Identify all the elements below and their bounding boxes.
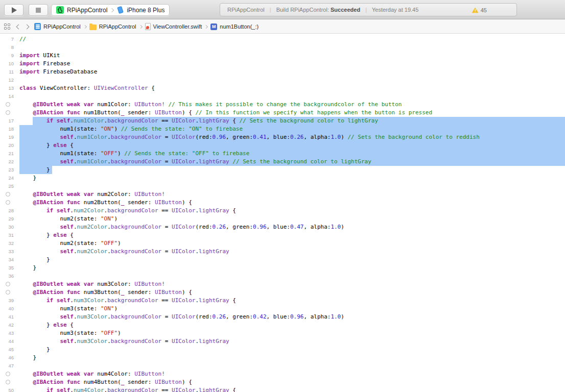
scheme-selector[interactable]: RPiAppControl iPhone 8 Plus bbox=[51, 4, 170, 16]
breadcrumb-method[interactable]: M num1Button(_:) bbox=[210, 23, 258, 30]
ib-connection-circle-icon[interactable] bbox=[6, 282, 10, 286]
code-line[interactable]: 40 num3(state: "ON") bbox=[0, 305, 565, 313]
code-line[interactable]: 8 bbox=[0, 43, 565, 52]
line-number[interactable]: 7 bbox=[0, 35, 16, 43]
code-line[interactable]: 46 } bbox=[0, 354, 565, 362]
breadcrumb-file[interactable]: ViewController.swift bbox=[145, 23, 202, 30]
line-number[interactable]: 32 bbox=[0, 239, 16, 248]
code-line[interactable]: @IBOutlet weak var num1Color: UIButton! … bbox=[0, 101, 565, 109]
ib-connection-circle-icon[interactable] bbox=[6, 380, 10, 384]
code-line[interactable]: 39 if self.num3Color.backgroundColor == … bbox=[0, 297, 565, 305]
activity-status-display[interactable]: RPiAppControl | Build RPiAppControl: Suc… bbox=[220, 3, 517, 16]
code-line[interactable]: 28 if self.num2Color.backgroundColor == … bbox=[0, 207, 565, 215]
connection-gutter[interactable] bbox=[0, 109, 16, 117]
code-line[interactable]: 41 self.num3Color.backgroundColor = UICo… bbox=[0, 313, 565, 321]
connection-gutter[interactable] bbox=[0, 101, 16, 109]
line-number[interactable]: 14 bbox=[0, 92, 16, 101]
breadcrumb-project[interactable]: RPiAppControl bbox=[34, 23, 81, 30]
line-number[interactable]: 13 bbox=[0, 84, 16, 92]
line-number[interactable]: 20 bbox=[0, 141, 16, 150]
code-line[interactable]: 19 self.num1Color.backgroundColor = UICo… bbox=[0, 133, 565, 141]
back-chevron-icon[interactable] bbox=[16, 24, 21, 29]
ib-connection-circle-icon[interactable] bbox=[6, 290, 10, 295]
connection-gutter[interactable] bbox=[0, 199, 16, 207]
code-line[interactable]: 42 } else { bbox=[0, 321, 565, 329]
line-number[interactable]: 33 bbox=[0, 248, 16, 256]
code-line[interactable]: @IBOutlet weak var num3Color: UIButton! bbox=[0, 280, 565, 288]
line-number[interactable]: 9 bbox=[0, 52, 16, 60]
connection-gutter[interactable] bbox=[0, 190, 16, 199]
line-number[interactable]: 35 bbox=[0, 264, 16, 272]
line-number[interactable]: 19 bbox=[0, 133, 16, 141]
code-line[interactable]: @IBAction func num3Button(_ sender: UIBu… bbox=[0, 288, 565, 297]
code-editor[interactable]: 7//89import UIKit10import Firebase11impo… bbox=[0, 34, 565, 392]
code-line[interactable]: 32 num2(state: "OFF") bbox=[0, 239, 565, 248]
line-number[interactable]: 34 bbox=[0, 256, 16, 264]
code-line[interactable]: 17 if self.num1Color.backgroundColor == … bbox=[0, 117, 565, 125]
line-number[interactable]: 47 bbox=[0, 362, 16, 370]
line-number[interactable]: 22 bbox=[0, 158, 16, 166]
related-items-icon[interactable] bbox=[4, 23, 10, 30]
code-line[interactable]: 25 bbox=[0, 182, 565, 190]
code-line[interactable]: @IBAction func num4Button(_ sender: UIBu… bbox=[0, 378, 565, 386]
line-number[interactable]: 42 bbox=[0, 321, 16, 329]
code-line[interactable]: 13class ViewController: UIViewController… bbox=[0, 84, 565, 92]
ib-connection-circle-icon[interactable] bbox=[6, 200, 10, 205]
code-line[interactable]: 29 num2(state: "ON") bbox=[0, 215, 565, 223]
code-line[interactable]: 36 bbox=[0, 272, 565, 280]
line-number[interactable]: 10 bbox=[0, 60, 16, 68]
code-line[interactable]: @IBAction func num1Button(_ sender: UIBu… bbox=[0, 109, 565, 117]
code-line[interactable]: 10import Firebase bbox=[0, 60, 565, 68]
breadcrumb-group[interactable]: RPiAppControl bbox=[89, 23, 136, 30]
connection-gutter[interactable] bbox=[0, 378, 16, 386]
line-number[interactable]: 45 bbox=[0, 346, 16, 354]
line-number[interactable]: 11 bbox=[0, 68, 16, 76]
code-line[interactable]: 22 self.num1Color.backgroundColor = UICo… bbox=[0, 158, 565, 166]
line-number[interactable]: 40 bbox=[0, 305, 16, 313]
code-line[interactable]: 12 bbox=[0, 76, 565, 84]
code-line[interactable]: 21 num1(state: "OFF") // Sends the state… bbox=[0, 150, 565, 158]
line-number[interactable]: 12 bbox=[0, 76, 16, 84]
code-line[interactable]: 23 } bbox=[0, 166, 565, 174]
line-number[interactable]: 21 bbox=[0, 150, 16, 158]
code-line[interactable]: 14 bbox=[0, 92, 565, 101]
line-number[interactable]: 39 bbox=[0, 297, 16, 305]
code-line[interactable]: 11import FirebaseDatabase bbox=[0, 68, 565, 76]
line-number[interactable]: 46 bbox=[0, 354, 16, 362]
run-button[interactable] bbox=[4, 4, 23, 16]
scheme-device[interactable]: iPhone 8 Plus bbox=[127, 7, 164, 14]
ib-connection-circle-icon[interactable] bbox=[6, 372, 10, 376]
line-number[interactable]: 36 bbox=[0, 272, 16, 280]
connection-gutter[interactable] bbox=[0, 280, 16, 288]
code-line[interactable]: 9import UIKit bbox=[0, 52, 565, 60]
code-line[interactable]: 33 self.num2Color.backgroundColor = UICo… bbox=[0, 248, 565, 256]
code-line[interactable]: 50 if self.num4Color.backgroundColor == … bbox=[0, 386, 565, 392]
code-line[interactable]: 44 self.num3Color.backgroundColor = UICo… bbox=[0, 337, 565, 346]
connection-gutter[interactable] bbox=[0, 370, 16, 378]
code-line[interactable]: 20 } else { bbox=[0, 141, 565, 150]
ib-connection-circle-icon[interactable] bbox=[6, 102, 10, 107]
line-number[interactable]: 28 bbox=[0, 207, 16, 215]
code-line[interactable]: 18 num1(state: "ON") // Sends the state:… bbox=[0, 125, 565, 133]
code-line[interactable]: 45 } bbox=[0, 346, 565, 354]
line-number[interactable]: 24 bbox=[0, 174, 16, 182]
line-number[interactable]: 17 bbox=[0, 117, 16, 125]
code-line[interactable]: 34 } bbox=[0, 256, 565, 264]
line-number[interactable]: 30 bbox=[0, 223, 16, 231]
line-number[interactable]: 41 bbox=[0, 313, 16, 321]
code-line[interactable]: 7// bbox=[0, 35, 565, 43]
code-line[interactable]: 31 } else { bbox=[0, 231, 565, 239]
line-number[interactable]: 43 bbox=[0, 329, 16, 337]
code-line[interactable]: @IBAction func num2Button(_ sender: UIBu… bbox=[0, 199, 565, 207]
line-number[interactable]: 44 bbox=[0, 337, 16, 346]
forward-chevron-icon[interactable] bbox=[25, 24, 30, 29]
scheme-name[interactable]: RPiAppControl bbox=[67, 7, 107, 14]
line-number[interactable]: 8 bbox=[0, 43, 16, 52]
code-line[interactable]: @IBOutlet weak var num4Color: UIButton! bbox=[0, 370, 565, 378]
code-line[interactable]: 24 } bbox=[0, 174, 565, 182]
warning-badge[interactable]: 45 bbox=[472, 4, 487, 17]
code-line[interactable]: 35 } bbox=[0, 264, 565, 272]
ib-connection-circle-icon[interactable] bbox=[6, 110, 10, 115]
code-line[interactable]: 30 self.num2Color.backgroundColor = UICo… bbox=[0, 223, 565, 231]
line-number[interactable]: 29 bbox=[0, 215, 16, 223]
